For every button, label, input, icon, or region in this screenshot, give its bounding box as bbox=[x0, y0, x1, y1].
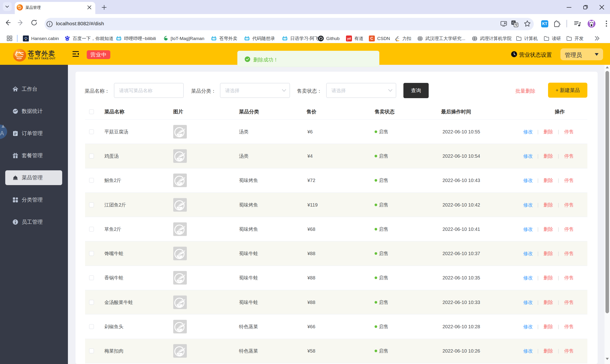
svg-text:du: du bbox=[66, 39, 69, 41]
